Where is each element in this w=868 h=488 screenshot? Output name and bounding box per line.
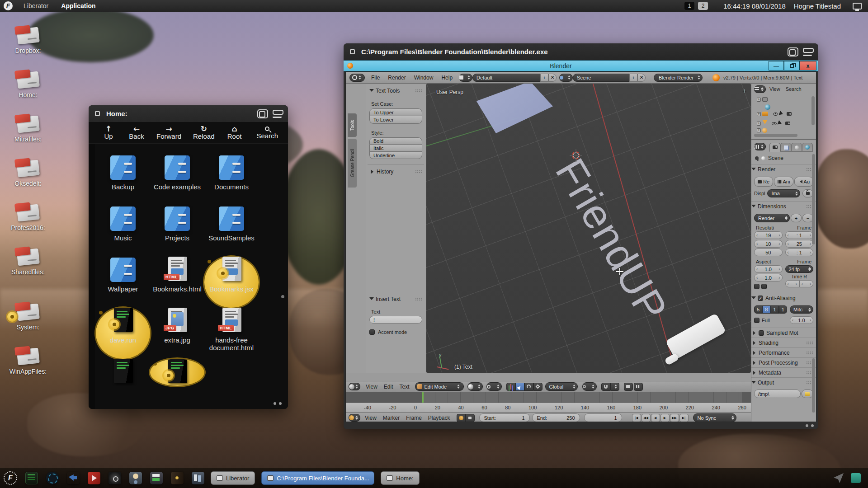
aspect-x-field[interactable]: 1.0 (754, 265, 783, 273)
scroll-indicator[interactable] (281, 295, 284, 298)
display-icon[interactable] (853, 3, 862, 9)
editor-type-properties-icon[interactable] (754, 143, 766, 150)
accent-mode-checkbox[interactable] (369, 329, 375, 335)
close-scene-button[interactable]: ✕ (637, 74, 646, 82)
render-preset-select[interactable]: Render (754, 214, 790, 222)
lock-icon[interactable] (466, 414, 475, 422)
desktop-icon[interactable]: Sharedfiles: (6, 247, 50, 276)
sync-select[interactable]: No Sync (693, 413, 736, 422)
timeline-ruler[interactable]: -40-200204060801001201401601802002202402… (346, 403, 751, 412)
menu-liberator[interactable]: Liberator (17, 0, 55, 12)
render-opengl-icon[interactable] (624, 383, 633, 391)
time-remap-old[interactable] (785, 280, 799, 287)
desktop-icon[interactable]: System: (6, 302, 50, 331)
add-preset-button[interactable]: + (791, 214, 802, 222)
insert-text-input[interactable]: ! (369, 316, 422, 324)
window-restore-icon[interactable] (257, 109, 268, 118)
outliner-hscrollbar[interactable] (754, 134, 797, 137)
file-item[interactable]: HTML hands-free document.html (204, 308, 259, 359)
full-sample-checkbox[interactable] (754, 318, 760, 323)
to-lower-button[interactable]: To Lower (369, 116, 422, 124)
render-animation-button[interactable]: Ani (774, 177, 793, 187)
chat-tray-icon[interactable] (851, 473, 861, 483)
pivot-select[interactable] (486, 382, 502, 391)
insert-text-header[interactable]: Insert Text (369, 296, 422, 302)
file-item[interactable]: Wallpaper (96, 257, 150, 308)
file-item[interactable]: SoundSamples (204, 206, 259, 257)
close-button[interactable]: x (799, 61, 816, 70)
taskbar-app-icon[interactable] (129, 472, 142, 484)
scene-dot-icon[interactable] (559, 74, 573, 82)
screen-layout-select[interactable]: Default (472, 74, 540, 82)
collapsed-section-header[interactable]: Metadata (751, 367, 816, 377)
menu-text[interactable]: Text (399, 384, 409, 390)
file-item[interactable]: Bookmarks.jsx (204, 257, 259, 308)
desktop-icon[interactable]: Dropbox: (6, 25, 50, 54)
manipulator-rotate-icon[interactable] (524, 383, 533, 391)
toolbar-button[interactable]: ↻ Reload (193, 125, 215, 140)
aa-samples-5[interactable]: 5 (754, 305, 762, 314)
end-frame-field[interactable]: End:250 (532, 413, 580, 422)
resolution-y-field[interactable]: 10 (754, 240, 783, 248)
file-item[interactable]: Code examples (150, 155, 204, 206)
output-section-header[interactable]: Output (751, 377, 816, 387)
desktop-icon[interactable]: WinAppFiles: (6, 346, 50, 375)
file-item[interactable]: JPG extra.jpg (150, 308, 204, 359)
resize-grip[interactable] (274, 402, 282, 405)
playback-button[interactable]: ▶▶ (670, 414, 679, 422)
display-select[interactable]: Ima (767, 189, 800, 197)
taskbar-app-icon[interactable] (192, 472, 204, 484)
frame-end-field[interactable]: 25 (785, 240, 814, 248)
taskbar-app-icon[interactable] (46, 472, 59, 484)
menu-view[interactable]: View (769, 86, 780, 92)
aa-samples-11[interactable]: 1 (771, 305, 779, 314)
output-path-field[interactable]: /tmp\ (754, 389, 801, 398)
file-item[interactable]: Documents (204, 155, 259, 206)
accent-mode-row[interactable]: Accent mode (369, 329, 407, 335)
menu-render[interactable]: Render (388, 75, 406, 81)
friend-logo-icon[interactable]: F (4, 1, 13, 10)
bold-button[interactable]: Bold (369, 137, 422, 145)
fps-select[interactable]: 24 fp (785, 265, 814, 273)
properties-scrollbar-lower[interactable] (812, 358, 815, 413)
playback-button[interactable]: ▶| (679, 414, 689, 422)
collapsed-section-header[interactable]: Performance (751, 347, 816, 357)
friend-taskbar-logo[interactable]: F (4, 471, 17, 485)
outliner-row-world[interactable] (765, 104, 770, 110)
manipulator-axes-icon[interactable] (506, 383, 515, 391)
scene-select[interactable]: Scene (573, 74, 629, 82)
screen-layout-icon[interactable] (459, 74, 472, 82)
shading-select[interactable] (467, 382, 483, 391)
menu-edit[interactable]: Edit (384, 384, 393, 390)
file-item[interactable]: HTML Bookmarks.html (150, 257, 204, 308)
start-frame-field[interactable]: Start:1 (479, 413, 530, 422)
taskbar-app-icon[interactable] (150, 472, 163, 484)
resize-grip[interactable] (806, 424, 814, 427)
toolbar-button[interactable]: ← Back (128, 125, 145, 140)
menu-window[interactable]: Window (414, 75, 434, 81)
menu-frame[interactable]: Frame (406, 415, 422, 421)
file-item[interactable]: Projects (150, 206, 204, 257)
antialiasing-section-header[interactable]: ✓ Anti-Aliasing (751, 293, 816, 303)
text-tools-header[interactable]: Text Tools (369, 87, 422, 94)
task-button[interactable]: Home: (381, 471, 419, 485)
window-restore-icon[interactable] (788, 47, 798, 56)
filter-size-field[interactable]: 1.0 (790, 316, 813, 324)
sampled-motion-blur-header[interactable]: Sampled Mot (751, 328, 816, 338)
playback-button[interactable]: ▶ (660, 414, 670, 422)
pin-icon[interactable] (755, 156, 759, 160)
outliner-row-scene[interactable]: + (757, 97, 768, 102)
outliner-row-camera[interactable]: + (757, 112, 792, 116)
file-item[interactable]: dave.run (96, 308, 150, 359)
resolution-percent-slider[interactable]: 50 (754, 249, 783, 256)
time-toggle-icon[interactable] (457, 414, 466, 422)
taskbar-app-icon[interactable] (25, 472, 38, 484)
editor-type-info-icon[interactable] (349, 74, 365, 82)
editor-type-timeline-icon[interactable] (349, 414, 360, 422)
file-item[interactable]: Music (96, 206, 150, 257)
orientation-select[interactable]: Global (545, 382, 578, 391)
wine-titlebar[interactable]: Blender — x (344, 60, 818, 71)
file-manager-content[interactable]: Backup Code examples (89, 144, 288, 409)
history-header[interactable]: History (369, 169, 422, 175)
viewport-3d[interactable]: User Persp + FriendUP y (1) Text (426, 84, 751, 373)
